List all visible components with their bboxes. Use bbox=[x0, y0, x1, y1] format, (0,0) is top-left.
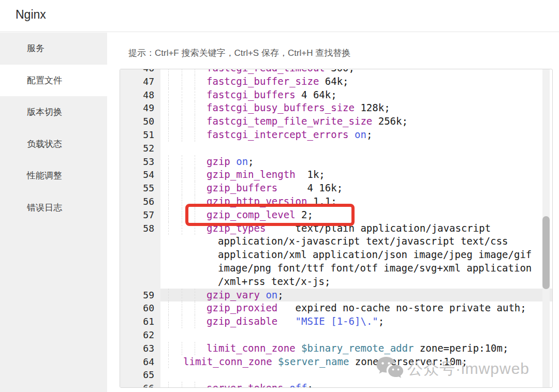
code-row: 61gzip_disable "MSIE [1-6]\."; bbox=[120, 315, 552, 328]
line-number: 46 bbox=[120, 69, 160, 75]
sidebar-item-error-log[interactable]: 错误日志 bbox=[0, 192, 107, 224]
code-line: limit_conn_zone $binary_remote_addr zone… bbox=[160, 342, 552, 355]
page-title: Nginx bbox=[16, 8, 46, 22]
code-line: fastcgi_temp_file_write_size 256k; bbox=[160, 115, 552, 128]
scrollbar-thumb[interactable] bbox=[542, 216, 550, 289]
code-row: 58gzip_types text/plain application/java… bbox=[120, 222, 552, 235]
code-editor[interactable]: 46fastcgi_read_timeout 300;47fastcgi_buf… bbox=[120, 69, 553, 388]
line-number: 55 bbox=[120, 182, 160, 195]
sidebar-item-version-switch[interactable]: 版本切换 bbox=[0, 96, 107, 128]
line-number: 61 bbox=[120, 315, 160, 328]
code-line: gzip_comp_level 2; bbox=[160, 208, 552, 222]
indent-guide bbox=[182, 315, 182, 328]
indent-guide bbox=[182, 301, 182, 315]
indent-guide bbox=[182, 115, 182, 128]
scrollbar[interactable] bbox=[542, 69, 550, 387]
wechat-icon bbox=[376, 356, 404, 382]
line-number: 63 bbox=[120, 342, 160, 355]
line-number: 53 bbox=[120, 155, 160, 169]
code-line: fastcgi_intercept_errors on; bbox=[160, 128, 552, 142]
indent-guide bbox=[168, 382, 169, 388]
code-row: 46fastcgi_read_timeout 300; bbox=[120, 69, 552, 75]
code-line: fastcgi_buffer_size 64k; bbox=[160, 75, 552, 88]
hint-text: 提示：Ctrl+F 搜索关键字，Ctrl+S 保存，Ctrl+H 查找替换 bbox=[128, 47, 350, 59]
code-row: 56gzip_http_version 1.1; bbox=[120, 195, 552, 208]
code-row: 54gzip_min_length 1k; bbox=[120, 168, 552, 182]
indent-guide bbox=[195, 342, 195, 355]
code-line: image/png font/ttf font/otf image/svg+xm… bbox=[160, 262, 552, 275]
indent-guide bbox=[195, 195, 195, 208]
indent-guide bbox=[195, 168, 195, 182]
code-row: 62 bbox=[120, 328, 552, 342]
indent-guide bbox=[195, 222, 195, 235]
indent-guide bbox=[182, 101, 182, 115]
indent-guide bbox=[182, 88, 182, 102]
sidebar: 服务配置文件版本切换负载状态性能调整错误日志 bbox=[0, 33, 107, 392]
code-line: gzip_vary on; bbox=[160, 289, 552, 302]
code-rows: 46fastcgi_read_timeout 300;47fastcgi_buf… bbox=[120, 69, 552, 388]
line-number bbox=[120, 235, 160, 248]
sidebar-item-load-status[interactable]: 负载状态 bbox=[0, 128, 107, 160]
indent-guide bbox=[182, 195, 182, 208]
code-line: /xml+rss text/x-js; bbox=[160, 275, 552, 289]
indent-guide bbox=[182, 342, 182, 355]
line-number: 60 bbox=[120, 301, 160, 315]
indent-guide bbox=[168, 208, 169, 222]
code-row: 49fastcgi_busy_buffers_size 128k; bbox=[120, 101, 552, 115]
watermark-text: 公众号·imwpweb bbox=[407, 358, 529, 380]
code-line: application/x-javascript text/javascript… bbox=[160, 235, 552, 248]
code-row: application/xml application/json image/j… bbox=[120, 248, 552, 262]
indent-guide bbox=[168, 182, 169, 195]
indent-guide bbox=[168, 155, 169, 169]
indent-guide bbox=[195, 101, 195, 115]
code-row: 63limit_conn_zone $binary_remote_addr zo… bbox=[120, 342, 552, 355]
code-row: 53gzip on; bbox=[120, 155, 552, 169]
indent-guide bbox=[168, 101, 169, 115]
code-line: gzip_disable "MSIE [1-6]\."; bbox=[160, 315, 552, 328]
line-number: 47 bbox=[120, 75, 160, 88]
code-row: 66server_tokens off; bbox=[120, 382, 552, 388]
code-row: 60gzip_proxied expired no-cache no-store… bbox=[120, 301, 552, 315]
indent-guide bbox=[182, 128, 182, 142]
indent-guide bbox=[168, 69, 169, 75]
indent-guide bbox=[168, 168, 169, 182]
sidebar-item-performance-tuning[interactable]: 性能调整 bbox=[0, 160, 107, 192]
indent-guide bbox=[195, 88, 195, 102]
code-row: 50fastcgi_temp_file_write_size 256k; bbox=[120, 115, 552, 128]
sidebar-item-services[interactable]: 服务 bbox=[0, 33, 107, 65]
indent-guide bbox=[182, 155, 182, 169]
code-line: fastcgi_read_timeout 300; bbox=[160, 69, 552, 75]
indent-guide bbox=[168, 128, 169, 142]
code-row: 48fastcgi_buffers 4 64k; bbox=[120, 88, 552, 102]
indent-guide bbox=[182, 69, 182, 75]
indent-guide bbox=[195, 155, 195, 169]
sidebar-item-config-file[interactable]: 配置文件 bbox=[0, 65, 107, 97]
indent-guide bbox=[182, 182, 182, 195]
code-line: application/xml application/json image/j… bbox=[160, 248, 552, 262]
code-line bbox=[160, 142, 552, 155]
line-number bbox=[120, 248, 160, 262]
indent-guide bbox=[182, 75, 182, 88]
indent-guide bbox=[182, 208, 182, 222]
indent-guide bbox=[168, 342, 169, 355]
code-line: gzip_buffers 4 16k; bbox=[160, 182, 552, 195]
code-line: server_tokens off; bbox=[160, 382, 552, 388]
line-number bbox=[120, 262, 160, 275]
indent-guide bbox=[195, 301, 195, 315]
indent-guide bbox=[168, 355, 169, 369]
line-number: 48 bbox=[120, 88, 160, 102]
indent-guide bbox=[195, 128, 195, 142]
indent-guide bbox=[195, 289, 195, 302]
code-row: 51fastcgi_intercept_errors on; bbox=[120, 128, 552, 142]
indent-guide bbox=[182, 168, 182, 182]
code-row: 55gzip_buffers 4 16k; bbox=[120, 182, 552, 195]
indent-guide bbox=[168, 315, 169, 328]
indent-guide bbox=[168, 222, 169, 235]
line-number: 59 bbox=[120, 289, 160, 302]
line-number: 62 bbox=[120, 328, 160, 342]
indent-guide bbox=[195, 182, 195, 195]
code-row: /xml+rss text/x-js; bbox=[120, 275, 552, 289]
window-header: Nginx bbox=[0, 0, 559, 32]
line-number: 52 bbox=[120, 142, 160, 155]
indent-guide bbox=[195, 315, 195, 328]
